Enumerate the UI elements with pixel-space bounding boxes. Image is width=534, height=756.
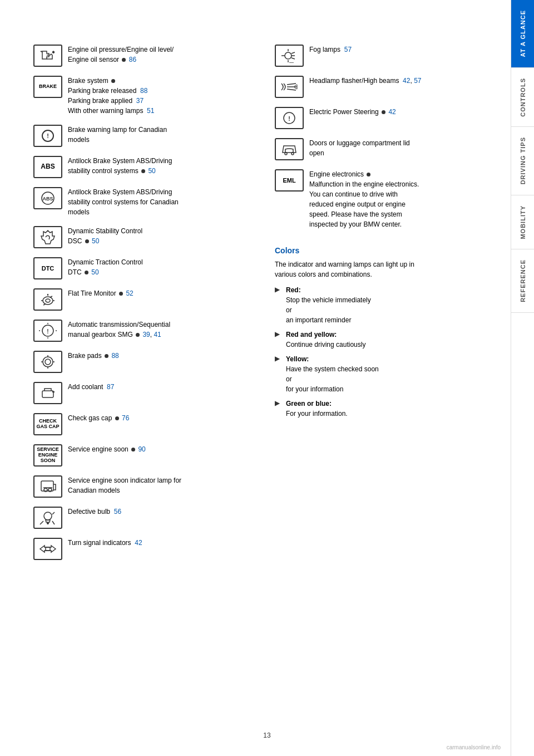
turn-signal-icon — [33, 538, 62, 560]
svg-point-16 — [47, 522, 49, 524]
colors-heading: Colors — [275, 246, 500, 255]
sidebar-tab-mobility-label: Mobility — [520, 205, 526, 239]
abs-canadian-icon: ABS — [33, 187, 62, 209]
brake-pads-icon — [33, 351, 62, 373]
indicator-brake-canadian: ! Brake warning lamp for Canadianmodels — [33, 125, 258, 147]
sidebar-tab-driving-tips[interactable]: Driving tips — [511, 127, 535, 195]
dtc-icon: DTC — [33, 257, 62, 279]
dsc-icon — [33, 226, 62, 248]
service-canadian-text: Service engine soon indicator lamp forCa… — [68, 475, 258, 495]
gas-cap-text: Check gas cap 76 — [68, 413, 258, 423]
colors-section: Colors The indicator and warning lamps c… — [275, 246, 500, 423]
abs-text: Antilock Brake System ABS/Drivingstabili… — [68, 156, 258, 176]
svg-text:—: — — [289, 60, 294, 65]
service-canadian-icon — [33, 475, 62, 498]
sidebar: At a glance Controls Driving tips Mobili… — [511, 0, 534, 756]
svg-rect-11 — [42, 391, 53, 397]
sidebar-tab-at-a-glance-label: At a glance — [520, 10, 526, 57]
headlamp-text: Headlamp flasher/High beams 42, 57 — [309, 76, 500, 86]
green-blue-arrow: ▶ — [275, 399, 283, 407]
abs-icon: ABS — [33, 156, 62, 178]
brake-warn-icon: ! — [33, 125, 62, 147]
service-engine-text: Service engine soon 90 — [68, 444, 258, 454]
indicator-coolant: Add coolant 87 — [33, 382, 258, 404]
sidebar-tab-at-a-glance[interactable]: At a glance — [511, 0, 535, 68]
color-green-blue: ▶ Green or blue: For your information. — [275, 399, 500, 419]
turn-signal-text: Turn signal indicators 42 — [68, 538, 258, 548]
auto-trans-icon: ! — [33, 320, 62, 342]
headlamp-icon — [275, 76, 304, 98]
defective-bulb-text: Defective bulb 56 — [68, 507, 258, 517]
indicator-eml: EML Engine electronics Malfunction in th… — [275, 169, 500, 229]
doors-icon — [275, 138, 304, 160]
yellow-text: Yellow: Have the system checked soon or … — [286, 354, 379, 394]
yellow-arrow: ▶ — [275, 355, 283, 362]
indicator-eps: ! Electric Power Steering 42 — [275, 107, 500, 129]
sidebar-tab-reference[interactable]: Reference — [511, 249, 535, 313]
eps-icon: ! — [275, 107, 304, 129]
svg-point-10 — [45, 359, 51, 365]
sidebar-tab-controls[interactable]: Controls — [511, 68, 535, 127]
fog-lamps-icon: — — [275, 45, 304, 67]
eps-text: Electric Power Steering 42 — [309, 107, 500, 117]
right-column: — Fog lamps 57 Hea — [275, 45, 500, 734]
gas-cap-icon: CHECKGAS CAP — [33, 413, 62, 435]
auto-trans-text: Automatic transmission/Sequentialmanual … — [68, 320, 258, 340]
indicator-turn-signal: Turn signal indicators 42 — [33, 538, 258, 560]
engine-oil-text: Engine oil pressure/Engine oil level/Eng… — [68, 45, 258, 65]
indicator-brake: BRAKE Brake system Parking brake release… — [33, 76, 258, 116]
flat-tire-icon — [33, 288, 62, 311]
service-engine-icon: SERVICEENGINESOON — [33, 444, 62, 467]
red-arrow: ▶ — [275, 286, 283, 293]
indicator-auto-trans: ! Automatic transmission/Sequentialmanua… — [33, 320, 258, 342]
color-yellow: ▶ Yellow: Have the system checked soon o… — [275, 354, 500, 394]
brake-canadian-text: Brake warning lamp for Canadianmodels — [68, 125, 258, 145]
sidebar-tab-mobility[interactable]: Mobility — [511, 195, 535, 250]
indicator-dtc: DTC Dynamic Traction ControlDTC 50 — [33, 257, 258, 279]
coolant-text: Add coolant 87 — [68, 382, 258, 392]
red-text: Red: Stop the vehicle immediately or an … — [286, 285, 371, 325]
svg-text:!: ! — [47, 132, 49, 139]
svg-text:ABS: ABS — [42, 196, 53, 202]
red-yellow-arrow: ▶ — [275, 330, 283, 338]
indicator-engine-oil: Engine oil pressure/Engine oil level/Eng… — [33, 45, 258, 67]
indicator-doors: Doors or luggage compartment lidopen — [275, 138, 500, 160]
indicator-defective-bulb: Defective bulb 56 — [33, 507, 258, 529]
engine-oil-icon — [33, 45, 62, 67]
svg-text:!: ! — [47, 328, 48, 335]
svg-marker-17 — [40, 546, 50, 552]
indicator-abs: ABS Antilock Brake System ABS/Drivingsta… — [33, 156, 258, 178]
doors-text: Doors or luggage compartment lidopen — [309, 138, 500, 158]
color-red: ▶ Red: Stop the vehicle immediately or a… — [275, 285, 500, 325]
svg-point-15 — [44, 512, 52, 520]
brake-text: Brake system Parking brake released 88 P… — [68, 76, 258, 116]
color-red-yellow: ▶ Red and yellow: Continue driving cauti… — [275, 330, 500, 350]
green-blue-text: Green or blue: For your information. — [286, 399, 348, 419]
svg-point-6 — [46, 299, 50, 302]
dtc-text: Dynamic Traction ControlDTC 50 — [68, 257, 258, 277]
svg-text:!: ! — [288, 115, 290, 122]
indicator-gas-cap: CHECKGAS CAP Check gas cap 76 — [33, 413, 258, 435]
defective-bulb-icon — [33, 507, 62, 529]
red-yellow-text: Red and yellow: Continue driving cautiou… — [286, 330, 365, 350]
svg-point-19 — [285, 52, 291, 59]
coolant-icon — [33, 382, 62, 404]
brake-icon: BRAKE — [33, 76, 62, 98]
indicator-service-engine: SERVICEENGINESOON Service engine soon 90 — [33, 444, 258, 467]
flat-tire-text: Flat Tire Monitor 52 — [68, 288, 258, 298]
sidebar-tab-controls-label: Controls — [520, 78, 526, 117]
indicator-abs-canadian: ABS Antilock Brake System ABS/Drivingsta… — [33, 187, 258, 217]
svg-point-24 — [291, 153, 294, 155]
indicator-dsc: Dynamic Stability ControlDSC 50 — [33, 226, 258, 248]
svg-point-23 — [285, 153, 287, 155]
page-number: 13 — [263, 732, 270, 739]
indicator-headlamp: Headlamp flasher/High beams 42, 57 — [275, 76, 500, 98]
indicator-service-canadian: Service engine soon indicator lamp forCa… — [33, 475, 258, 498]
indicator-fog-lamps: — Fog lamps 57 — [275, 45, 500, 67]
indicator-flat-tire: Flat Tire Monitor 52 — [33, 288, 258, 311]
watermark: carmanualsonline.info — [447, 744, 501, 750]
left-column: Engine oil pressure/Engine oil level/Eng… — [33, 45, 258, 734]
colors-intro: The indicator and warning lamps can ligh… — [275, 259, 500, 279]
abs-canadian-text: Antilock Brake System ABS/Drivingstabili… — [68, 187, 258, 217]
svg-point-9 — [43, 357, 53, 367]
